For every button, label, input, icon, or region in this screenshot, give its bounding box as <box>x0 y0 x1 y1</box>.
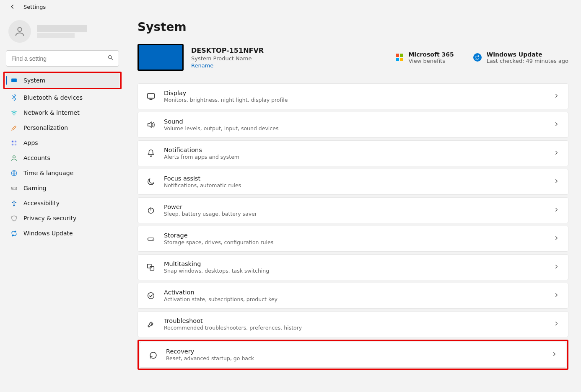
profile-block[interactable] <box>6 18 119 50</box>
setting-title: Storage <box>164 232 273 239</box>
chevron-right-icon <box>553 121 560 129</box>
sidebar-item-update[interactable]: Windows Update <box>6 226 119 241</box>
wu-title: Windows Update <box>487 51 568 58</box>
device-name: DESKTOP-151NFVR <box>191 46 264 54</box>
multitask-icon <box>146 263 156 272</box>
m365-subtitle: View benefits <box>408 58 454 64</box>
device-header: DESKTOP-151NFVR System Product Name Rena… <box>137 44 568 71</box>
setting-title: Activation <box>164 289 278 296</box>
setting-title: Troubleshoot <box>164 317 302 324</box>
chevron-right-icon <box>553 150 560 157</box>
avatar <box>8 20 31 43</box>
chevron-right-icon <box>553 178 560 186</box>
setting-subtitle: Snap windows, desktops, task switching <box>164 268 269 274</box>
chevron-right-icon <box>553 263 560 271</box>
chevron-right-icon <box>553 93 560 101</box>
highlight-system: System <box>3 72 122 89</box>
sidebar-item-time[interactable]: Time & language <box>6 165 119 181</box>
apps-icon <box>10 139 18 147</box>
wu-subtitle: Last checked: 49 minutes ago <box>487 58 568 64</box>
chevron-right-icon <box>553 320 560 328</box>
bell-icon <box>146 149 156 158</box>
sidebar-item-privacy[interactable]: Privacy & security <box>6 211 119 226</box>
power-icon <box>146 206 156 215</box>
sidebar-item-label: Apps <box>23 139 38 146</box>
windows-update-icon <box>473 53 482 62</box>
setting-row-focus[interactable]: Focus assistNotifications, automatic rul… <box>137 169 568 195</box>
setting-row-sound[interactable]: SoundVolume levels, output, input, sound… <box>137 112 568 138</box>
main-content: System DESKTOP-151NFVR System Product Na… <box>125 18 581 392</box>
desktop-thumbnail <box>137 44 184 71</box>
wifi-icon <box>10 109 18 116</box>
page-title: System <box>137 20 568 34</box>
brush-icon <box>10 124 18 132</box>
setting-subtitle: Reset, advanced startup, go back <box>166 355 254 361</box>
titlebar: Settings <box>0 0 581 18</box>
setting-title: Multitasking <box>164 260 269 267</box>
drive-icon <box>146 234 156 243</box>
setting-row-display[interactable]: DisplayMonitors, brightness, night light… <box>137 83 568 109</box>
person-icon <box>10 154 18 162</box>
setting-subtitle: Volume levels, output, input, sound devi… <box>164 125 278 132</box>
setting-row-notifications[interactable]: NotificationsAlerts from apps and system <box>137 140 568 166</box>
wrench-icon <box>146 320 156 329</box>
setting-title: Sound <box>164 118 278 125</box>
setting-subtitle: Recommended troubleshooters, preferences… <box>164 325 302 331</box>
sidebar-item-label: Personalization <box>23 124 68 131</box>
setting-row-troubleshoot[interactable]: TroubleshootRecommended troubleshooters,… <box>137 311 568 337</box>
setting-subtitle: Alerts from apps and system <box>164 154 239 160</box>
sidebar-item-label: Bluetooth & devices <box>23 94 83 101</box>
gamepad-icon <box>10 184 18 192</box>
setting-row-recovery[interactable]: RecoveryReset, advanced startup, go back <box>140 342 566 368</box>
setting-row-storage[interactable]: StorageStorage space, drives, configurat… <box>137 226 568 252</box>
speaker-icon <box>146 120 156 129</box>
m365-card[interactable]: Microsoft 365 View benefits <box>396 51 454 64</box>
setting-title: Notifications <box>164 147 239 153</box>
search-box[interactable] <box>6 50 119 67</box>
setting-title: Power <box>164 204 257 210</box>
sidebar-item-label: Accounts <box>23 155 50 161</box>
setting-row-power[interactable]: PowerSleep, battery usage, battery saver <box>137 197 568 223</box>
device-product: System Product Name <box>191 55 264 62</box>
check-circle-icon <box>146 291 156 300</box>
sidebar-item-label: Windows Update <box>23 230 73 237</box>
moon-icon <box>146 177 156 186</box>
setting-title: Display <box>164 90 288 96</box>
sync-icon <box>10 230 18 237</box>
profile-name-redacted <box>37 25 87 32</box>
windows-update-card[interactable]: Windows Update Last checked: 49 minutes … <box>473 51 568 64</box>
setting-row-multitasking[interactable]: MultitaskingSnap windows, desktops, task… <box>137 254 568 280</box>
display-icon <box>10 77 18 84</box>
setting-subtitle: Storage space, drives, configuration rul… <box>164 239 273 245</box>
accessibility-icon <box>10 199 18 207</box>
monitor-icon <box>146 92 156 101</box>
profile-email-redacted <box>37 33 75 38</box>
sidebar-item-gaming[interactable]: Gaming <box>6 181 119 196</box>
setting-title: Recovery <box>166 348 254 355</box>
nav-list: SystemBluetooth & devicesNetwork & inter… <box>6 72 119 241</box>
back-button[interactable] <box>9 3 16 10</box>
sidebar-item-label: Network & internet <box>23 109 80 116</box>
setting-row-activation[interactable]: ActivationActivation state, subscription… <box>137 283 568 309</box>
sidebar-item-accounts[interactable]: Accounts <box>6 150 119 165</box>
sidebar-item-apps[interactable]: Apps <box>6 135 119 150</box>
sidebar-item-network[interactable]: Network & internet <box>6 105 119 120</box>
chevron-right-icon <box>553 292 560 300</box>
microsoft-logo-icon <box>396 54 403 61</box>
rename-link[interactable]: Rename <box>191 62 264 69</box>
bluetooth-icon <box>10 94 18 101</box>
chevron-right-icon <box>553 206 560 214</box>
highlight-recovery: RecoveryReset, advanced startup, go back <box>137 340 568 370</box>
device-meta: DESKTOP-151NFVR System Product Name Rena… <box>191 46 264 69</box>
globe-icon <box>10 169 18 177</box>
search-input[interactable] <box>11 55 95 62</box>
sidebar-item-accessibility[interactable]: Accessibility <box>6 196 119 211</box>
sidebar-item-personalization[interactable]: Personalization <box>6 120 119 135</box>
sidebar-item-bluetooth[interactable]: Bluetooth & devices <box>6 90 119 105</box>
sidebar-item-label: Time & language <box>23 170 73 176</box>
sidebar-item-system[interactable]: System <box>6 73 119 88</box>
sidebar: SystemBluetooth & devicesNetwork & inter… <box>0 18 125 392</box>
setting-subtitle: Activation state, subscriptions, product… <box>164 296 278 302</box>
settings-list: DisplayMonitors, brightness, night light… <box>137 83 568 370</box>
window-title: Settings <box>23 4 46 10</box>
